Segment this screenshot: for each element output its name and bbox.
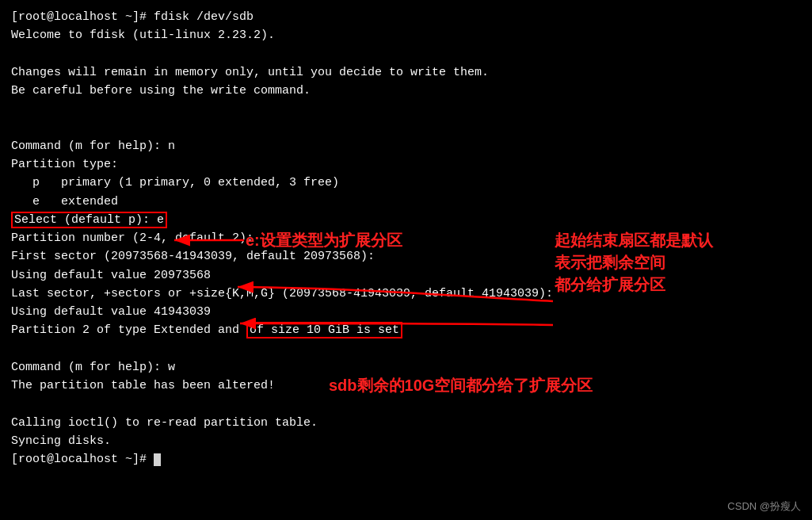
terminal-line: [11, 100, 801, 118]
terminal-line: [11, 119, 801, 137]
partition-line: Partition 2 of type Extended and of size…: [11, 321, 801, 339]
terminal-line: Syncing disks.: [11, 432, 801, 450]
annotation-default-sector: 起始结束扇区都是默认表示把剩余空间都分给扩展分区: [555, 229, 713, 296]
terminal-line: [11, 45, 801, 63]
terminal-line: Command (m for help): n: [11, 137, 801, 155]
terminal-line: p primary (1 primary, 0 extended, 3 free…: [11, 174, 801, 192]
select-box: Select (default p): e: [11, 212, 167, 228]
terminal-line: Welcome to fdisk (util-linux 2.23.2).: [11, 26, 801, 44]
terminal-line: Calling ioctl() to re-read partition tab…: [11, 414, 801, 432]
cursor: [154, 453, 161, 466]
terminal-line: Using default value 41943039: [11, 303, 801, 321]
terminal-line: [11, 395, 801, 413]
terminal-line: [11, 340, 801, 358]
terminal-line: Be careful before using the write comman…: [11, 82, 801, 100]
terminal-line: e extended: [11, 193, 801, 211]
watermark: CSDN @扮瘦人: [727, 499, 801, 514]
select-line: Select (default p): e: [11, 211, 801, 229]
annotation-sdb-space: sdb剩余的10G空间都分给了扩展分区: [329, 374, 593, 396]
terminal-line: Changes will remain in memory only, unti…: [11, 63, 801, 82]
size-highlight: of size 10 GiB is set: [246, 322, 402, 338]
terminal-prompt: [root@localhost ~]#: [11, 450, 801, 468]
terminal-line: [root@localhost ~]# fdisk /dev/sdb: [11, 8, 801, 26]
terminal-line: Partition type:: [11, 155, 801, 174]
annotation-select-type: e:设置类型为扩展分区: [246, 229, 402, 251]
